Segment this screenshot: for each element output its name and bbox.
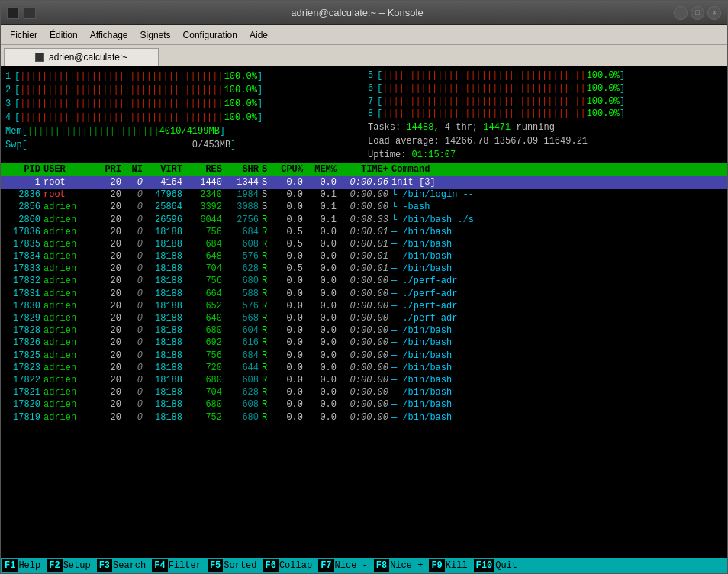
- cell-s: R: [262, 263, 272, 275]
- terminal-area[interactable]: 1 [ ||||||||||||||||||||||||||||||||||||…: [1, 66, 727, 573]
- cell-ni: 0: [124, 214, 146, 226]
- cell-shr: 1984: [225, 189, 262, 201]
- cell-pid: 17836: [4, 226, 43, 238]
- col-header-s: S: [262, 163, 272, 176]
- table-row[interactable]: 17820 adrien 20 0 18188 680 608 R 0.0 0.…: [1, 398, 727, 411]
- cell-shr: 616: [225, 337, 262, 349]
- table-row[interactable]: 17829 adrien 20 0 18188 640 568 R 0.0 0.…: [1, 312, 727, 324]
- cell-mem: 0.0: [306, 386, 340, 398]
- footer-key: F2: [47, 559, 62, 572]
- table-row[interactable]: 17826 adrien 20 0 18188 692 616 R 0.0 0.…: [1, 337, 727, 349]
- cell-res: 752: [185, 411, 225, 424]
- table-row[interactable]: 2860 adrien 20 0 26596 6044 2756 R 0.0 0…: [1, 214, 727, 226]
- cell-pri: 20: [97, 275, 124, 287]
- table-row[interactable]: 17830 adrien 20 0 18188 652 576 R 0.0 0.…: [1, 300, 727, 312]
- table-row[interactable]: 2856 adrien 20 0 25864 3392 3088 S 0.0 0…: [1, 201, 727, 213]
- footer-item[interactable]: F9Kill: [427, 559, 472, 572]
- footer-item[interactable]: F6Collap: [262, 559, 317, 572]
- cell-ni: 0: [124, 312, 146, 324]
- cell-cpu: 0.0: [272, 176, 306, 189]
- footer-item[interactable]: F8Nice +: [372, 559, 428, 572]
- menu-affichage[interactable]: Affichage: [84, 28, 134, 42]
- table-row[interactable]: 17825 adrien 20 0 18188 756 684 R 0.0 0.…: [1, 350, 727, 362]
- table-row[interactable]: 17828 adrien 20 0 18188 680 604 R 0.0 0.…: [1, 324, 727, 337]
- cell-ni: 0: [124, 275, 146, 287]
- footer-label: Nice -: [334, 559, 371, 572]
- footer-item[interactable]: F5Sorted: [206, 559, 262, 572]
- cell-user: root: [43, 176, 97, 189]
- footer-item[interactable]: F2Setup: [45, 559, 95, 572]
- uptime-line: Uptime: 01:15:07: [368, 148, 723, 162]
- cell-time: 0:00.00: [340, 201, 391, 213]
- close-button[interactable]: ✕: [707, 6, 721, 20]
- cell-shr: 608: [225, 238, 262, 250]
- table-row[interactable]: 17835 adrien 20 0 18188 684 608 R 0.5 0.…: [1, 238, 727, 250]
- cell-pid: 2860: [4, 214, 43, 226]
- cell-cpu: 0.0: [272, 411, 306, 424]
- maximize-button[interactable]: □: [691, 6, 704, 20]
- cell-ni: 0: [124, 238, 146, 250]
- menu-configuration[interactable]: Configuration: [177, 28, 243, 42]
- cell-user: adrien: [43, 374, 97, 386]
- footer-item[interactable]: F10Quit: [472, 559, 522, 572]
- table-row[interactable]: 17823 adrien 20 0 18188 720 644 R 0.0 0.…: [1, 362, 727, 374]
- process-table: PID USER PRI NI VIRT RES SHR S CPU% MEM%…: [1, 163, 727, 558]
- cell-user: adrien: [43, 288, 97, 300]
- table-row[interactable]: 17831 adrien 20 0 18188 664 588 R 0.0 0.…: [1, 288, 727, 300]
- cell-res: 648: [185, 250, 225, 263]
- footer-item[interactable]: F4Filter: [150, 559, 206, 572]
- col-header-res: RES: [185, 163, 225, 176]
- cell-virt: 18188: [146, 288, 185, 300]
- footer-label: Kill: [445, 559, 471, 572]
- cell-virt: 18188: [146, 300, 185, 312]
- konsole-window: adrien@calculate:~ – Konsole _ □ ✕ Fichi…: [0, 0, 728, 574]
- cell-pri: 20: [97, 398, 124, 411]
- footer-key: F5: [208, 559, 223, 572]
- cell-pid: 17822: [4, 374, 43, 386]
- table-row[interactable]: 17822 adrien 20 0 18188 680 608 R 0.0 0.…: [1, 374, 727, 386]
- cell-ni: 0: [124, 350, 146, 362]
- table-row[interactable]: 2836 root 20 0 47968 2340 1984 S 0.0 0.1…: [1, 189, 727, 201]
- table-row[interactable]: 17833 adrien 20 0 18188 704 628 R 0.5 0.…: [1, 263, 727, 275]
- footer-item[interactable]: F3Search: [95, 559, 151, 572]
- cell-cmd: — /bin/bash: [391, 324, 724, 337]
- menu-aide[interactable]: Aide: [243, 28, 274, 42]
- table-row[interactable]: 17832 adrien 20 0 18188 756 680 R 0.0 0.…: [1, 275, 727, 287]
- footer-item[interactable]: F7Nice -: [317, 559, 372, 572]
- table-row[interactable]: 17834 adrien 20 0 18188 648 576 R 0.0 0.…: [1, 250, 727, 263]
- minimize-button[interactable]: _: [674, 6, 688, 20]
- table-row[interactable]: 17819 adrien 20 0 18188 752 680 R 0.0 0.…: [1, 411, 727, 424]
- cpu-bar-2: 2 [ ||||||||||||||||||||||||||||||||||||…: [5, 83, 360, 97]
- cpu-bar-4: 4 [ ||||||||||||||||||||||||||||||||||||…: [5, 111, 360, 124]
- tab-main[interactable]: adrien@calculate:~: [4, 48, 159, 66]
- cell-pid: 1: [4, 176, 43, 189]
- cell-time: 0:00.01: [340, 226, 391, 238]
- menu-signets[interactable]: Signets: [134, 28, 177, 42]
- app-icon2: [24, 7, 36, 19]
- cell-time: 0:00.00: [340, 386, 391, 398]
- table-header: PID USER PRI NI VIRT RES SHR S CPU% MEM%…: [1, 163, 727, 176]
- footer-item[interactable]: F1Help: [1, 559, 45, 572]
- footer-label: Search: [112, 559, 149, 572]
- cell-res: 680: [185, 398, 225, 411]
- table-row[interactable]: 1 root 20 0 4164 1440 1344 S 0.0 0.0 0:0…: [1, 176, 727, 189]
- cell-time: 0:00.00: [340, 312, 391, 324]
- cell-ni: 0: [124, 362, 146, 374]
- cell-mem: 0.1: [306, 201, 340, 213]
- table-row[interactable]: 17821 adrien 20 0 18188 704 628 R 0.0 0.…: [1, 386, 727, 398]
- table-row[interactable]: 17836 adrien 20 0 18188 756 684 R 0.5 0.…: [1, 226, 727, 238]
- cell-mem: 0.1: [306, 214, 340, 226]
- footer-label: Filter: [168, 559, 205, 572]
- footer-key: F8: [374, 559, 389, 572]
- menu-fichier[interactable]: Fichier: [4, 28, 43, 42]
- cell-shr: 684: [225, 226, 262, 238]
- cell-cmd: └ -bash: [391, 201, 724, 213]
- cpu-bar-1: 1 [ ||||||||||||||||||||||||||||||||||||…: [5, 69, 360, 83]
- cell-ni: 0: [124, 189, 146, 201]
- menu-edition[interactable]: Édition: [43, 28, 84, 42]
- cell-ni: 0: [124, 226, 146, 238]
- col-header-time: TIME+: [340, 163, 391, 176]
- cell-s: R: [262, 238, 272, 250]
- cell-pri: 20: [97, 263, 124, 275]
- cell-user: adrien: [43, 337, 97, 349]
